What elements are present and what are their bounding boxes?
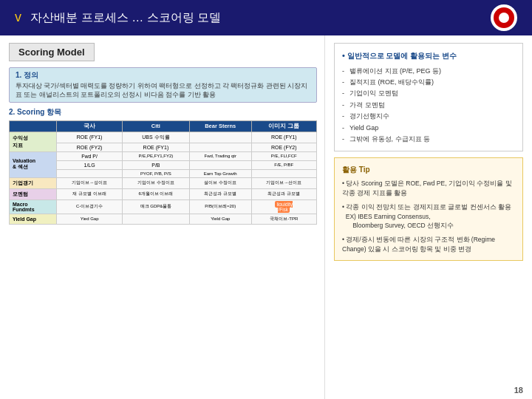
cell-data: P/E,PE,FY1,FY2) xyxy=(122,151,189,160)
tip-para-1: • 당사 Scoring 모델은 ROE, Fwd PE, 기업이익 수정비율 … xyxy=(342,179,515,198)
list-item: Yield Gap xyxy=(342,123,515,133)
header-title: v 자산배분 프로세스 … 스코어링 모델 xyxy=(15,10,221,26)
table-row: Yield Gap Yied Gap Yield Gap 국채이브-TPR xyxy=(10,214,317,224)
cell-data: P/B(이브레=20) xyxy=(189,200,251,214)
cell-data: 최근성과 규모별 xyxy=(189,188,251,200)
variables-label: 일반적으로 모델에 활용되는 변수 xyxy=(347,52,457,60)
header: v 자산배분 프로세스 … 스코어링 모델 xyxy=(0,0,532,35)
cell-data: 기업이브→선이표 xyxy=(251,177,317,188)
cell-data: 6개월이브 이브래 xyxy=(122,188,189,200)
cell-data: PYOF, P/B, P/S xyxy=(122,169,189,177)
cell-data: Yield Gap xyxy=(189,214,251,224)
title-text: 자산배분 프로세스 … 스코어링 모델 xyxy=(30,11,221,24)
list-item: 가격 모멘텀 xyxy=(342,100,515,110)
tip-box: 활용 Tip • 당사 Scoring 모델은 ROE, Fwd PE, 기업이… xyxy=(334,157,523,260)
scoring-model-title: Scoring Model xyxy=(9,43,95,61)
cell-data: 기업이브→성이표 xyxy=(57,177,122,188)
scoring-table: 국사 Citi Bear Sterns 이미지 그룹 수익성지표 ROE (FY… xyxy=(9,120,317,225)
cell-data: ROE (FY1) xyxy=(251,132,317,143)
table-row: 모멘텀 재 규모별 이브래 6개월이브 이브래 최근성과 규모별 최근성과 규모… xyxy=(10,188,317,200)
cell-data: F/E, P/BF xyxy=(251,160,317,169)
cell-data xyxy=(122,214,189,224)
cell-data: 재 규모별 이브래 xyxy=(57,188,122,200)
cell-data: Fwd, Trading qtr xyxy=(189,151,251,160)
cell-data: 1/LG xyxy=(57,160,122,169)
liquidity-badge: liquidity/Fisk xyxy=(275,201,293,213)
table-row: 수익성지표 ROE (FY1) UBS 수익률 ROE (FY1) xyxy=(10,132,317,143)
row-label-valuation: Valuation& 섹션 xyxy=(10,151,57,177)
list-item: 경기선행지수 xyxy=(342,111,515,121)
cell-data: 설이브 수정이표 xyxy=(189,177,251,188)
col-header-3: Bear Sterns xyxy=(189,120,251,132)
right-panel: • 일반적으로 모델에 활용되는 변수 밸류에이션 지표 (P/E, PEG 등… xyxy=(325,35,532,399)
cell-data xyxy=(189,143,251,151)
table-row: 기업갱기 기업이브→성이표 기업이브 수정이표 설이브 수정이표 기업이브→선이… xyxy=(10,177,317,188)
col-header-4: 이미지 그룹 xyxy=(251,120,317,132)
logo-inner xyxy=(494,7,514,28)
tip-para-3: • 경제/증시 변동에 따른 시장의 구조적 변화 (Regime Change… xyxy=(342,235,515,254)
cell-data: C-이브경기수 xyxy=(57,200,122,214)
cell-data: ROE (FY2) xyxy=(251,143,317,151)
bullet-icon: v xyxy=(15,10,21,24)
row-label-momentum: 모멘텀 xyxy=(10,188,57,200)
variables-title: • 일반적으로 모델에 활용되는 변수 xyxy=(342,50,515,63)
logo xyxy=(491,4,517,31)
cell-data: ROE (FY2) xyxy=(57,143,122,151)
cell-data: 최근성과 규모별 xyxy=(251,188,317,200)
cell-data: 매크 GDP&물통 xyxy=(122,200,189,214)
left-panel: Scoring Model 1. 정의 투자대상 국가/섹터별 매력도를 정량하… xyxy=(0,35,325,399)
cell-data: Fwd P/ xyxy=(57,151,122,160)
cell-data xyxy=(189,160,251,169)
tip-para-2: • 각종 이익 전망치 또는 경제지표로 글로벌 컨센서스 활용 EX) IBE… xyxy=(342,202,515,231)
cell-data xyxy=(57,169,122,177)
cell-data: P/B xyxy=(122,160,189,169)
cell-data: ROE (FY1) xyxy=(57,132,122,143)
cell-data: UBS 수익률 xyxy=(122,132,189,143)
section-1: 1. 정의 투자대상 국가/섹터별 매력도를 정량하기 위하여 팩터형으로 선정… xyxy=(9,67,317,103)
section-1-title: 1. 정의 xyxy=(16,70,310,81)
main-content: Scoring Model 1. 정의 투자대상 국가/섹터별 매력도를 정량하… xyxy=(0,35,532,399)
cell-data: P/E, FLI,FCF xyxy=(251,151,317,160)
table-row: MacroFundmts C-이브경기수 매크 GDP&물통 P/B(이브레=2… xyxy=(10,200,317,214)
cell-data: Yied Gap xyxy=(57,214,122,224)
cell-data: liquidity/Fisk xyxy=(251,200,317,214)
cell-data: ROE (FY1) xyxy=(122,143,189,151)
row-label-corporate: 기업갱기 xyxy=(10,177,57,188)
tip-text-1: 당사 Scoring 모델은 ROE, Fwd PE, 기업이익 수정비율 및 … xyxy=(342,180,512,197)
tip-title: 활용 Tip xyxy=(342,164,515,176)
cell-data: 국채이브-TPR xyxy=(251,214,317,224)
col-header-2: Citi xyxy=(122,120,189,132)
row-label-profitability: 수익성지표 xyxy=(10,132,57,151)
list-item: 그밖에 유동성, 수급지표 등 xyxy=(342,134,515,144)
variables-box: • 일반적으로 모델에 활용되는 변수 밸류에이션 지표 (P/E, PEG 등… xyxy=(334,43,523,151)
row-label-macro: MacroFundmts xyxy=(10,200,57,214)
col-header-0 xyxy=(10,120,57,132)
row-label-yield: Yield Gap xyxy=(10,214,57,224)
section-1-text: 투자대상 국가/섹터별 매력도를 정량하기 위하여 팩터형으로 선정하고 각 팩… xyxy=(16,82,310,100)
section-2-title: 2. Scoring 항목 xyxy=(9,107,317,117)
list-item: 기업이익 모멘텀 xyxy=(342,88,515,98)
cell-data: Earn Top Growth xyxy=(189,169,251,177)
cell-data: 기업이브 수정이표 xyxy=(122,177,189,188)
variables-list: 밸류에이션 지표 (P/E, PEG 등) 질적지표 (ROE, 배당수익률) … xyxy=(342,66,515,145)
list-item: 밸류에이션 지표 (P/E, PEG 등) xyxy=(342,66,515,76)
cell-data xyxy=(251,169,317,177)
col-header-1: 국사 xyxy=(57,120,122,132)
page-number: 18 xyxy=(514,386,523,395)
list-item: 질적지표 (ROE, 배당수익률) xyxy=(342,77,515,87)
table-row: Valuation& 섹션 Fwd P/ P/E,PE,FY1,FY2) Fwd… xyxy=(10,151,317,160)
cell-data xyxy=(189,132,251,143)
